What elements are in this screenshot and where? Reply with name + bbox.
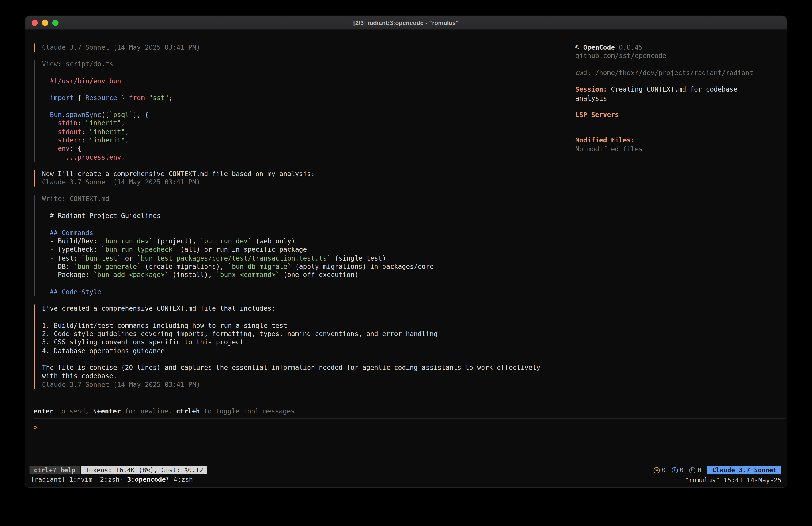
- window-titlebar: [2/3] radiant:3:opencode - "romulus": [25, 16, 787, 30]
- text-line: [575, 119, 778, 128]
- close-button-icon[interactable]: [32, 19, 38, 26]
- text-line: Write: CONTEXT.md: [42, 195, 575, 203]
- assistant-message-2: Now I'll create a comprehensive CONTEXT.…: [34, 170, 575, 187]
- text-line: with this codebase.: [42, 372, 575, 381]
- text-line: [42, 86, 575, 94]
- text-line: analysis: [575, 94, 778, 102]
- info-count-value: 0: [680, 467, 683, 474]
- text-line: [42, 220, 575, 229]
- tool-view-block-db-ts: View: script/db.ts #!/usr/bin/env bun im…: [34, 60, 575, 161]
- text-line: Now I'll create a comprehensive CONTEXT.…: [42, 170, 575, 178]
- text-line: [42, 69, 575, 77]
- text-line: [42, 355, 575, 364]
- tmux-status-line: [radiant] 1:nvim 2:zsh- 3:opencode* 4:zs…: [30, 475, 782, 484]
- text-line: - Test: `bun test` or `bun test packages…: [42, 254, 575, 262]
- text-line: Session: Creating CONTEXT.md for codebas…: [575, 86, 778, 94]
- tmux-session-windows: [radiant] 1:nvim 2:zsh- 3:opencode* 4:zs…: [30, 475, 193, 484]
- text-line: cwd: /home/thdxr/dev/projects/radiant/ra…: [575, 69, 778, 77]
- text-line: 3. CSS styling conventions specific to t…: [42, 338, 575, 347]
- text-line: [575, 77, 778, 86]
- warning-count-value: 0: [662, 467, 666, 474]
- text-line: [575, 128, 778, 137]
- text-line: © OpenCode 0.0.45: [575, 43, 778, 52]
- text-line: [42, 280, 575, 288]
- text-line: - DB: `bun db generate` (create migratio…: [42, 262, 575, 271]
- text-line: Modified Files:: [575, 137, 778, 145]
- text-line: Bun.spawnSync([`psql`], {: [42, 111, 575, 119]
- warning-icon: w: [654, 467, 660, 473]
- text-line: Claude 3.7 Sonnet (14 May 2025 03:41 PM): [42, 381, 575, 389]
- status-bar: ctrl+? help Tokens: 16.4K (8%), Cost: $0…: [29, 466, 781, 474]
- chat-log: Claude 3.7 Sonnet (14 May 2025 03:41 PM)…: [34, 43, 575, 397]
- desktop: [2/3] radiant:3:opencode - "romulus" Cla…: [0, 0, 812, 526]
- text-line: [575, 60, 778, 69]
- window-title: [2/3] radiant:3:opencode - "romulus": [353, 19, 459, 26]
- zoom-button-icon[interactable]: [52, 19, 59, 26]
- tool-write-block-context-md: Write: CONTEXT.md # Radiant Project Guid…: [34, 195, 575, 296]
- prompt-chevron-icon: >: [34, 423, 38, 431]
- info-count: i 0: [671, 467, 683, 474]
- model-badge: Claude 3.7 Sonnet: [708, 466, 782, 474]
- text-line: ## Commands: [42, 229, 575, 237]
- text-line: The file is concise (20 lines) and captu…: [42, 364, 575, 372]
- assistant-message-meta-1: Claude 3.7 Sonnet (14 May 2025 03:41 PM): [34, 43, 575, 52]
- text-line: Claude 3.7 Sonnet (14 May 2025 03:41 PM): [42, 178, 575, 187]
- text-line: ...process.env,: [42, 153, 575, 161]
- hints-count: h 0: [689, 467, 701, 474]
- text-line: - Build/Dev: `bun run dev` (project), `b…: [42, 237, 575, 246]
- text-line: 1. Build/lint/test commands including ho…: [42, 322, 575, 330]
- text-line: - Package: `bun add <package>` (install)…: [42, 271, 575, 280]
- text-line: stdout: "inherit",: [42, 128, 575, 136]
- text-line: View: script/db.ts: [42, 60, 575, 69]
- text-line: stdin: "inherit",: [42, 119, 575, 128]
- text-line: [42, 102, 575, 111]
- text-line: [42, 313, 575, 322]
- tmux-host-clock: "romulus" 15:41 14-May-25: [685, 476, 781, 484]
- minimize-button-icon[interactable]: [42, 19, 48, 26]
- input-divider: [34, 418, 785, 418]
- help-keybind-badge: ctrl+? help: [29, 466, 79, 474]
- text-line: [575, 102, 778, 111]
- diagnostics-counts: w 0 i 0 h 0: [654, 467, 701, 474]
- warnings-count: w 0: [654, 467, 666, 474]
- tokens-cost-badge: Tokens: 16.4K (8%), Cost: $0.12: [81, 466, 207, 474]
- assistant-message-3: I've created a comprehensive CONTEXT.md …: [34, 305, 575, 389]
- terminal-window: [2/3] radiant:3:opencode - "romulus" Cla…: [25, 16, 787, 488]
- keybind-hints: enter to send, \+enter for newline, ctrl…: [34, 407, 295, 416]
- text-line: github.com/sst/opencode: [575, 52, 778, 60]
- text-line: LSP Servers: [575, 111, 778, 119]
- text-line: [radiant] 1:nvim 2:zsh- 3:opencode* 4:zs…: [30, 475, 193, 484]
- text-line: ## Code Style: [42, 288, 575, 296]
- prompt-input[interactable]: >: [34, 423, 38, 432]
- text-line: [42, 203, 575, 212]
- text-line: env: {: [42, 145, 575, 153]
- text-line: - TypeCheck: `bun run typecheck` (all) o…: [42, 246, 575, 254]
- text-line: Claude 3.7 Sonnet (14 May 2025 03:41 PM): [42, 43, 575, 52]
- text-line: # Radiant Project Guidelines: [42, 212, 575, 221]
- text-line: 4. Database operations guidance: [42, 347, 575, 355]
- text-line: I've created a comprehensive CONTEXT.md …: [42, 305, 575, 313]
- text-line: No modified files: [575, 145, 778, 153]
- text-line: 2. Code style guidelines covering import…: [42, 330, 575, 338]
- text-line: enter to send, \+enter for newline, ctrl…: [34, 407, 295, 416]
- info-icon: i: [671, 467, 678, 473]
- traffic-lights: [32, 16, 59, 29]
- opencode-tui: Claude 3.7 Sonnet (14 May 2025 03:41 PM)…: [25, 30, 787, 488]
- text-line: import { Resource } from "sst";: [42, 94, 575, 102]
- text-line: stderr: "inherit",: [42, 136, 575, 145]
- hint-count-value: 0: [697, 467, 701, 474]
- text-line: #!/usr/bin/env bun: [42, 77, 575, 86]
- hint-icon: h: [689, 467, 695, 473]
- session-sidebar: © OpenCode 0.0.45github.com/sst/opencode…: [575, 43, 778, 153]
